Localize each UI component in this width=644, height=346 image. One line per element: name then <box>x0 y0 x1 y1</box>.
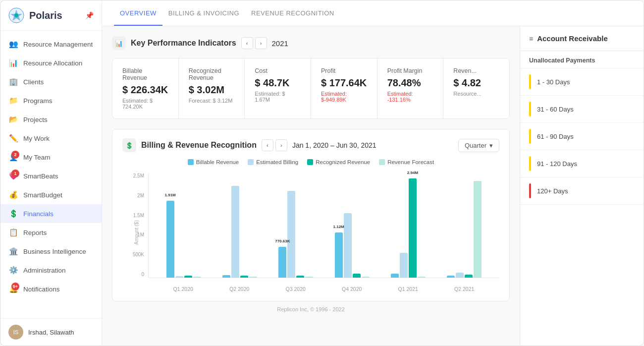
quarter-button[interactable]: Quarter ▾ <box>458 139 499 152</box>
bar-estimated-q22020 <box>231 186 239 278</box>
ar-item-2[interactable]: 61 - 90 Days <box>520 123 644 150</box>
nav-icon-administration: ⚙️ <box>8 265 18 275</box>
sidebar-item-resource-management[interactable]: 👥 Resource Management <box>0 35 102 54</box>
kpi-value-1: $ 3.02M <box>189 84 235 96</box>
svg-point-1 <box>14 13 18 17</box>
nav-label-my-work: My Work <box>23 135 50 142</box>
avatar: IS <box>8 325 23 340</box>
sidebar-item-my-team[interactable]: 👤 My Team 2 <box>0 148 102 167</box>
kpi-card-0: Billable Revenue $ 226.34K Estimated: $ … <box>112 58 179 118</box>
tab-billing-invoicing[interactable]: BILLING & INVOICING <box>162 1 245 26</box>
sidebar-item-smartbeats[interactable]: 💗 SmartBeats 1 <box>0 167 102 185</box>
sidebar-item-business-intelligence[interactable]: 🏛️ Business Intelligence <box>0 242 102 261</box>
legend-dot-0 <box>188 159 194 165</box>
sidebar-item-smartbudget[interactable]: 💰 SmartBudget <box>0 185 102 204</box>
nav-icon-smartbudget: 💰 <box>8 190 18 200</box>
nav-icon-programs: 📁 <box>8 96 18 106</box>
user-name: Irshad, Silawath <box>28 329 74 336</box>
top-tabs: OVERVIEWBILLING & INVOICINGREVENUE RECOG… <box>102 0 644 26</box>
kpi-next-btn[interactable]: › <box>255 37 267 49</box>
nav-label-programs: Programs <box>23 97 53 105</box>
sidebar-item-projects[interactable]: 📂 Projects <box>0 110 102 129</box>
sidebar-item-programs[interactable]: 📁 Programs <box>0 91 102 110</box>
sidebar-item-financials[interactable]: 💲 Financials <box>0 204 102 223</box>
y-label-5: 2.5M <box>133 173 144 178</box>
nav-items: 👥 Resource Management 📊 Resource Allocat… <box>0 31 102 318</box>
bar-label: 770.63K <box>275 239 290 243</box>
bar-group-q1-2021: 2.94M <box>391 178 426 278</box>
legend-label-1: Estimated Billing <box>256 159 298 165</box>
bar-estimated-q12021 <box>400 253 408 278</box>
tab-revenue-recognition[interactable]: REVENUE RECOGNITION <box>245 1 340 26</box>
kpi-nav-arrows: ‹ › <box>241 37 267 49</box>
bar-group-q2-2020 <box>222 186 257 278</box>
chart-header: 💲 Billing & Revenue Recognition ‹ › Jan … <box>122 138 499 152</box>
nav-label-resource-allocation: Resource Allocation <box>23 59 82 67</box>
bar-forecast-q22020 <box>249 277 257 278</box>
bar-billable-q12020: 1.91M <box>166 201 174 278</box>
app-name: Polaris <box>29 10 62 21</box>
ar-item-label-4: 120+ Days <box>537 187 568 195</box>
sidebar: Polaris 📌 👥 Resource Management 📊 Resour… <box>0 0 102 346</box>
badge-notifications: 9+ <box>11 283 19 290</box>
bar-billable-q22020 <box>222 275 230 278</box>
sidebar-item-resource-allocation[interactable]: 📊 Resource Allocation <box>0 54 102 72</box>
ar-item-label-2: 61 - 90 Days <box>537 133 574 140</box>
ar-items: 1 - 30 Days 31 - 60 Days 61 - 90 Days 91… <box>520 68 644 205</box>
sidebar-item-administration[interactable]: ⚙️ Administration <box>0 261 102 280</box>
ar-item-label-3: 91 - 120 Days <box>537 160 577 168</box>
bar-forecast-q12020 <box>193 277 201 278</box>
nav-label-smartbeats: SmartBeats <box>23 173 58 180</box>
nav-label-resource-management: Resource Management <box>23 41 93 48</box>
ar-item-label-0: 1 - 30 Days <box>537 78 570 86</box>
bar-group-q1-2020: 1.91M <box>166 201 201 278</box>
nav-label-notifications: Notifications <box>23 286 60 293</box>
sidebar-item-clients[interactable]: 🏢 Clients <box>0 72 102 91</box>
y-axis-title: Amount ($) <box>134 220 139 244</box>
kpi-section-header: 📊 Key Performance Indicators ‹ › 2021 <box>112 36 510 50</box>
pin-icon[interactable]: 📌 <box>85 11 94 19</box>
legend-dot-2 <box>307 159 313 165</box>
ar-item-0[interactable]: 1 - 30 Days <box>520 68 644 96</box>
kpi-label-5: Reven... <box>453 67 499 74</box>
nav-label-clients: Clients <box>23 78 44 86</box>
tab-overview[interactable]: OVERVIEW <box>114 1 162 26</box>
kpi-card-3: Profit $ 177.64K Estimated: $-949.89K <box>311 58 377 118</box>
ar-header: ≡ Account Receivable <box>520 26 644 51</box>
bars-area: 1.91M <box>148 173 499 278</box>
x-label-q22021: Q2 2021 <box>454 286 474 292</box>
sidebar-item-notifications[interactable]: 🔔 Notifications 9+ <box>0 280 102 298</box>
bar-group-q3-2020: 770.63K <box>278 191 313 278</box>
kpi-year: 2021 <box>272 39 288 48</box>
chart-prev-btn[interactable]: ‹ <box>262 139 273 151</box>
kpi-card-1: Recognized Revenue $ 3.02M Forecast: $ 3… <box>179 58 245 118</box>
ar-item-1[interactable]: 31 - 60 Days <box>520 96 644 123</box>
nav-icon-projects: 📂 <box>8 115 18 124</box>
bar-estimated-q32020 <box>287 191 295 278</box>
kpi-estimated-5: Resource... <box>453 91 499 97</box>
bar-group-q4-2020: 1.12M <box>335 213 370 278</box>
bar-estimated-q42020 <box>344 213 352 278</box>
bar-forecast-q42020 <box>362 277 370 278</box>
bar-forecast-q12021 <box>418 277 426 278</box>
nav-icon-business-intelligence: 🏛️ <box>8 246 18 256</box>
legend-label-2: Recognized Revenue <box>316 159 370 165</box>
bar-recognized-q12021: 2.94M <box>409 178 417 278</box>
sidebar-item-my-work[interactable]: ✏️ My Work <box>0 129 102 148</box>
ar-icon: ≡ <box>529 35 533 43</box>
kpi-estimated-0: Estimated: $ 724.20K <box>122 98 168 110</box>
ar-item-4[interactable]: 120+ Days <box>520 177 644 205</box>
kpi-cards: Billable Revenue $ 226.34K Estimated: $ … <box>112 58 510 119</box>
content-main: 📊 Key Performance Indicators ‹ › 2021 Bi… <box>102 26 520 346</box>
kpi-card-4: Profit Margin 78.48% Estimated: -131.16% <box>377 58 444 118</box>
bar-label: 1.12M <box>333 225 344 229</box>
chart-title: Billing & Revenue Recognition <box>141 141 257 150</box>
ar-item-3[interactable]: 91 - 120 Days <box>520 150 644 177</box>
nav-label-smartbudget: SmartBudget <box>23 191 62 199</box>
x-label-q32020: Q3 2020 <box>286 286 306 292</box>
nav-label-my-team: My Team <box>23 154 51 161</box>
bar-recognized-q22021 <box>465 275 473 278</box>
kpi-prev-btn[interactable]: ‹ <box>241 37 253 49</box>
sidebar-item-reports[interactable]: 📋 Reports <box>0 223 102 242</box>
chart-next-btn[interactable]: › <box>275 139 287 151</box>
